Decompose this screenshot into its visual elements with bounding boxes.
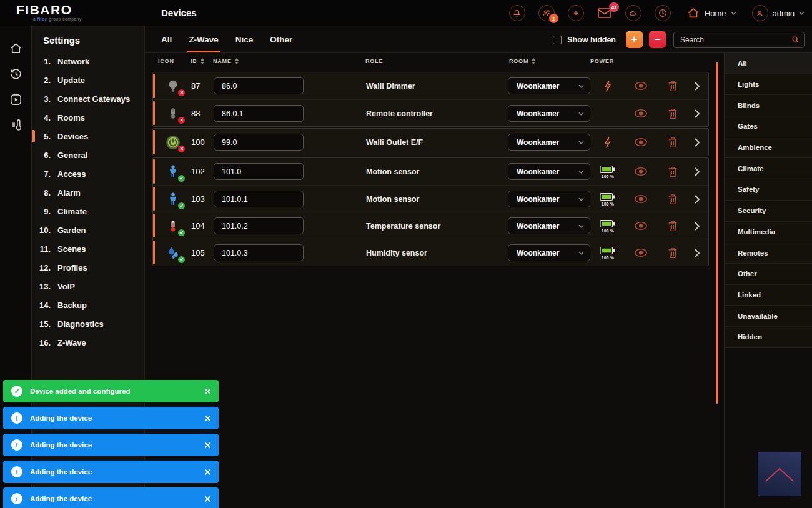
- settings-menu-item[interactable]: 4. Rooms: [32, 108, 144, 127]
- room-select[interactable]: Woonkamer: [508, 77, 590, 94]
- settings-menu-item[interactable]: 9. Climate: [32, 202, 144, 221]
- room-select[interactable]: Woonkamer: [508, 191, 590, 207]
- row-expand-chevron[interactable]: [694, 186, 705, 212]
- device-name-input[interactable]: [214, 163, 304, 180]
- table-scrollbar[interactable]: [716, 62, 718, 404]
- visibility-toggle-icon[interactable]: [634, 100, 650, 127]
- settings-menu-item[interactable]: 7. Access: [32, 164, 144, 183]
- settings-menu-item[interactable]: 13. VoIP: [32, 277, 144, 296]
- mail-icon[interactable]: 41: [597, 7, 612, 19]
- filter-item[interactable]: Multimedia: [725, 222, 812, 243]
- device-tab[interactable]: Z-Wave: [189, 26, 219, 52]
- filter-item[interactable]: Lights: [725, 74, 812, 96]
- filter-item[interactable]: Other: [725, 264, 812, 285]
- device-tab[interactable]: Other: [270, 26, 292, 52]
- column-header-power[interactable]: POWER: [590, 58, 614, 64]
- toast-close-icon[interactable]: [204, 469, 211, 476]
- download-icon[interactable]: [568, 5, 584, 21]
- toast-close-icon[interactable]: [204, 388, 211, 395]
- visibility-toggle-icon[interactable]: [634, 129, 650, 156]
- column-header-id[interactable]: ID: [191, 58, 204, 64]
- room-select[interactable]: Woonkamer: [508, 163, 590, 180]
- delete-device-icon[interactable]: [668, 186, 681, 212]
- visibility-toggle-icon[interactable]: [634, 186, 650, 212]
- settings-menu-item[interactable]: 2. Update: [32, 71, 144, 89]
- column-header-role[interactable]: ROLE: [365, 58, 383, 64]
- device-name-input[interactable]: [214, 134, 304, 151]
- row-expand-chevron[interactable]: [694, 72, 705, 99]
- device-error-badge: [178, 146, 185, 152]
- row-expand-chevron[interactable]: [694, 239, 705, 266]
- climate-icon[interactable]: [9, 118, 23, 132]
- users-icon[interactable]: 1: [538, 5, 555, 21]
- row-expand-chevron[interactable]: [694, 100, 705, 127]
- filter-item[interactable]: Safety: [725, 179, 812, 201]
- filter-item[interactable]: Gates: [725, 116, 812, 137]
- delete-device-icon[interactable]: [668, 129, 681, 156]
- room-select[interactable]: Woonkamer: [508, 105, 590, 122]
- search-input[interactable]: [673, 32, 805, 48]
- clock-icon[interactable]: [655, 5, 671, 21]
- filter-item[interactable]: Security: [725, 201, 812, 222]
- room-select[interactable]: Woonkamer: [508, 217, 590, 234]
- row-expand-chevron[interactable]: [694, 129, 705, 156]
- filter-item[interactable]: Unavailable: [725, 306, 812, 327]
- toast-close-icon[interactable]: [204, 415, 211, 422]
- room-select[interactable]: Woonkamer: [508, 244, 590, 261]
- settings-menu-item[interactable]: 11. Scenes: [32, 239, 144, 258]
- show-hidden-checkbox[interactable]: [553, 36, 562, 44]
- home-selector[interactable]: Home: [686, 6, 736, 20]
- row-expand-chevron[interactable]: [694, 212, 705, 239]
- device-name-input[interactable]: [214, 77, 304, 94]
- settings-menu-item[interactable]: 6. General: [32, 146, 144, 164]
- toast-close-icon[interactable]: [204, 496, 211, 502]
- device-name-input[interactable]: [214, 217, 304, 234]
- video-icon[interactable]: [9, 92, 23, 107]
- toast-close-icon[interactable]: [204, 442, 211, 449]
- home-nav-icon[interactable]: [9, 41, 23, 56]
- device-tab[interactable]: All: [161, 26, 172, 52]
- visibility-toggle-icon[interactable]: [634, 212, 650, 239]
- delete-device-icon[interactable]: [668, 239, 681, 266]
- filter-item[interactable]: Hidden: [725, 327, 812, 348]
- weather-icon[interactable]: [625, 5, 641, 21]
- settings-menu-item[interactable]: 16. Z-Wave: [32, 333, 144, 352]
- delete-device-icon[interactable]: [668, 100, 681, 127]
- settings-menu-item[interactable]: 8. Alarm: [32, 183, 144, 202]
- visibility-toggle-icon[interactable]: [634, 239, 650, 266]
- column-header-room[interactable]: ROOM: [509, 58, 535, 64]
- scroll-to-top-button[interactable]: [758, 452, 801, 496]
- settings-menu-item[interactable]: 1. Network: [32, 52, 144, 71]
- settings-menu-item[interactable]: 5. Devices: [32, 127, 144, 146]
- filter-item[interactable]: Climate: [725, 158, 812, 179]
- filter-item[interactable]: All: [725, 53, 812, 74]
- history-icon[interactable]: [9, 67, 23, 81]
- delete-device-icon[interactable]: [668, 212, 681, 239]
- column-header-icon[interactable]: ICON: [158, 58, 174, 64]
- visibility-toggle-icon[interactable]: [634, 72, 650, 99]
- row-expand-chevron[interactable]: [694, 158, 705, 185]
- filter-item[interactable]: Remotes: [725, 242, 812, 264]
- device-name-input[interactable]: [214, 244, 304, 261]
- add-device-button[interactable]: +: [626, 31, 643, 48]
- device-tab[interactable]: Nice: [235, 26, 254, 52]
- device-name-input[interactable]: [214, 105, 304, 122]
- settings-menu-item[interactable]: 14. Backup: [32, 296, 144, 314]
- column-header-name[interactable]: NAME: [213, 58, 239, 64]
- settings-menu-item[interactable]: 10. Garden: [32, 221, 144, 239]
- visibility-toggle-icon[interactable]: [634, 158, 650, 185]
- settings-menu-item[interactable]: 12. Profiles: [32, 258, 144, 277]
- user-menu[interactable]: admin: [752, 5, 805, 21]
- settings-menu-item[interactable]: 3. Connect Gateways: [32, 89, 144, 108]
- settings-menu-item[interactable]: 15. Diagnostics: [32, 314, 144, 333]
- room-select[interactable]: Woonkamer: [508, 134, 590, 151]
- device-name-input[interactable]: [214, 191, 304, 207]
- delete-device-icon[interactable]: [668, 72, 681, 99]
- filter-item[interactable]: Ambience: [725, 137, 812, 159]
- alarm-bell-icon[interactable]: [509, 5, 525, 21]
- filter-item[interactable]: Blinds: [725, 95, 812, 116]
- logo-text: FIBARO: [16, 3, 145, 17]
- remove-device-button[interactable]: −: [649, 31, 666, 48]
- delete-device-icon[interactable]: [668, 158, 681, 185]
- filter-item[interactable]: Linked: [725, 285, 812, 306]
